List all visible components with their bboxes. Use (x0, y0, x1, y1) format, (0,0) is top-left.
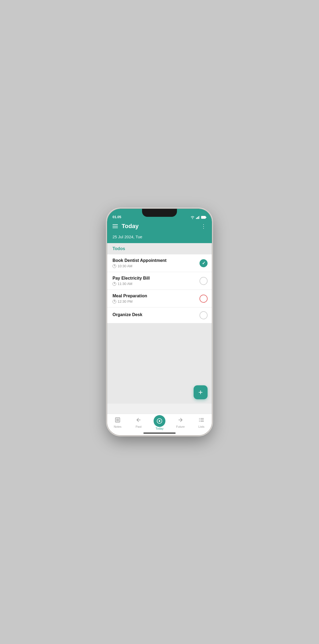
nav-label-past: Past (136, 425, 142, 428)
bottom-nav: NotesPastTodayFutureLists (107, 414, 212, 435)
svg-rect-4 (201, 216, 206, 219)
todo-checkbox[interactable] (200, 295, 208, 303)
svg-rect-0 (196, 218, 197, 219)
svg-point-14 (199, 419, 200, 420)
nav-item-today[interactable]: Today (149, 415, 170, 430)
nav-item-notes[interactable]: Notes (107, 417, 128, 428)
todo-item-title: Meal Preparation (113, 294, 200, 298)
home-indicator (143, 433, 176, 434)
nav-icon-today (154, 415, 165, 426)
todo-item-time: 11:30 AM (113, 282, 200, 286)
todo-checkbox[interactable] (200, 311, 208, 319)
todo-item[interactable]: Organize Desk (107, 308, 212, 323)
svg-rect-2 (198, 216, 199, 219)
todo-item-title: Organize Desk (113, 312, 200, 317)
nav-label-today: Today (155, 427, 163, 430)
nav-icon-lists (198, 417, 204, 424)
section-header: Todos (107, 243, 212, 254)
clock-icon (113, 264, 116, 268)
todo-item[interactable]: Meal Preparation12:30 PM (107, 290, 212, 308)
todo-item-content: Meal Preparation12:30 PM (113, 294, 200, 303)
header-left: Today (113, 223, 139, 230)
main-content: Todos Book Dentist Appointment10:30 AMPa… (107, 243, 212, 414)
clock-icon (113, 300, 116, 303)
clock-icon (113, 282, 116, 286)
todo-time-text: 10:30 AM (118, 264, 132, 268)
svg-rect-3 (199, 216, 200, 219)
todo-item-content: Pay Electricity Bill11:30 AM (113, 276, 200, 286)
battery-icon (201, 216, 206, 219)
nav-icon-past (136, 417, 142, 424)
nav-label-lists: Lists (198, 425, 205, 428)
svg-point-15 (199, 421, 200, 422)
date-bar: 25 Jul 2024, Tue (107, 233, 212, 243)
app-header: Today ⋮ (107, 221, 212, 233)
section-title: Todos (113, 246, 125, 251)
signal-icon (196, 216, 200, 219)
svg-rect-5 (206, 217, 206, 218)
todo-item-content: Book Dentist Appointment10:30 AM (113, 258, 200, 268)
todo-item-title: Book Dentist Appointment (113, 258, 200, 263)
add-todo-button[interactable]: + (194, 385, 208, 399)
todo-item-time: 10:30 AM (113, 264, 200, 268)
date-text: 25 Jul 2024, Tue (113, 235, 142, 239)
todo-item-title: Pay Electricity Bill (113, 276, 200, 281)
status-time: 01.05 (113, 215, 121, 219)
today-badge (154, 415, 165, 427)
todo-item[interactable]: Pay Electricity Bill11:30 AM (107, 272, 212, 290)
nav-label-notes: Notes (114, 425, 122, 428)
menu-button[interactable] (113, 224, 118, 228)
svg-rect-1 (197, 217, 198, 219)
todo-item-time: 12:30 PM (113, 299, 200, 303)
wifi-icon (190, 216, 195, 219)
nav-item-past[interactable]: Past (128, 417, 149, 428)
nav-label-future: Future (176, 425, 185, 428)
nav-item-future[interactable]: Future (170, 417, 191, 428)
todo-time-text: 11:30 AM (118, 282, 132, 286)
todo-item[interactable]: Book Dentist Appointment10:30 AM (107, 254, 212, 272)
more-button[interactable]: ⋮ (201, 223, 206, 229)
nav-icon-notes (115, 417, 121, 424)
nav-icon-future (177, 417, 183, 424)
todo-time-text: 12:30 PM (118, 299, 133, 303)
nav-item-lists[interactable]: Lists (191, 417, 212, 428)
todo-item-content: Organize Desk (113, 312, 200, 318)
header-title: Today (122, 223, 139, 230)
todo-checkbox[interactable] (200, 259, 208, 267)
todo-checkbox[interactable] (200, 277, 208, 285)
status-icons (190, 216, 206, 219)
svg-point-13 (199, 418, 200, 419)
todo-list: Book Dentist Appointment10:30 AMPay Elec… (107, 254, 212, 323)
empty-area: + (107, 323, 212, 404)
